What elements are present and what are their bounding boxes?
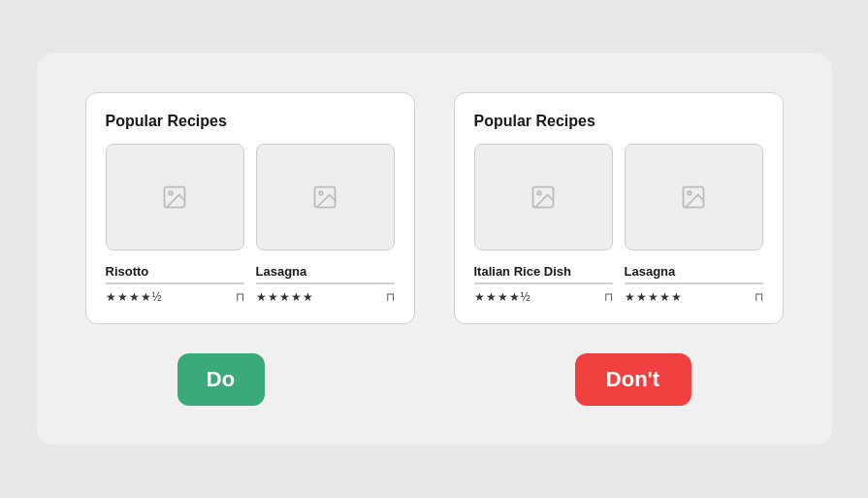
dont-item-1-footer: ★ ★ ★ ★ ½ ⊓ <box>474 290 613 304</box>
half-star-icon: ½ <box>152 290 162 304</box>
dont-item-1-stars: ★ ★ ★ ★ ½ <box>474 290 530 304</box>
star-icon: ★ <box>106 290 116 304</box>
main-container: Popular Recipes <box>37 53 832 445</box>
do-item-1-stars: ★ ★ ★ ★ ½ <box>106 290 162 304</box>
do-item-1-footer: ★ ★ ★ ★ ½ ⊓ <box>106 290 244 304</box>
do-item-1-divider <box>106 282 244 284</box>
do-image-2 <box>256 144 395 250</box>
do-item-2: Lasagna ★ ★ ★ ★ ★ ⊓ <box>256 264 395 304</box>
buttons-row: Do Don't <box>85 353 784 406</box>
star-icon: ★ <box>291 290 302 304</box>
do-card-title: Popular Recipes <box>106 113 395 130</box>
do-card-items: Risotto ★ ★ ★ ★ ½ ⊓ Lasagna <box>106 264 395 304</box>
do-image-1 <box>106 144 244 250</box>
dont-item-1-name: Italian Rice Dish <box>474 264 613 279</box>
star-icon: ★ <box>141 290 151 304</box>
do-item-2-divider <box>256 282 395 284</box>
do-item-2-name: Lasagna <box>256 264 395 279</box>
star-icon: ★ <box>256 290 267 304</box>
svg-point-7 <box>688 191 691 195</box>
image-placeholder-icon <box>311 183 338 211</box>
bookmark-icon: ⊓ <box>236 290 244 304</box>
svg-point-5 <box>537 191 541 195</box>
image-placeholder-icon <box>530 183 557 211</box>
star-icon: ★ <box>486 290 497 304</box>
do-button[interactable]: Do <box>177 353 265 406</box>
star-icon: ★ <box>268 290 278 304</box>
do-card-images <box>106 144 395 250</box>
bookmark-icon: ⊓ <box>386 290 395 304</box>
dont-card-title: Popular Recipes <box>474 113 763 130</box>
star-icon: ★ <box>625 290 635 304</box>
image-placeholder-icon <box>680 183 707 211</box>
star-icon: ★ <box>129 290 140 304</box>
star-icon: ★ <box>648 290 659 304</box>
dont-item-2-divider <box>625 282 763 284</box>
dont-card: Popular Recipes <box>454 92 784 324</box>
bookmark-icon: ⊓ <box>604 290 613 304</box>
image-placeholder-icon <box>161 183 188 211</box>
star-icon: ★ <box>659 290 670 304</box>
svg-point-3 <box>319 191 323 195</box>
svg-point-1 <box>169 191 173 195</box>
dont-card-images <box>474 144 763 250</box>
star-icon: ★ <box>509 290 520 304</box>
do-item-1: Risotto ★ ★ ★ ★ ½ ⊓ <box>106 264 244 304</box>
dont-item-2: Lasagna ★ ★ ★ ★ ★ ⊓ <box>625 264 763 304</box>
dont-card-items: Italian Rice Dish ★ ★ ★ ★ ½ ⊓ L <box>474 264 763 304</box>
bookmark-icon: ⊓ <box>755 290 763 304</box>
dont-item-2-footer: ★ ★ ★ ★ ★ ⊓ <box>625 290 763 304</box>
do-card: Popular Recipes <box>85 92 415 324</box>
star-icon: ★ <box>117 290 128 304</box>
star-icon: ★ <box>303 290 313 304</box>
half-star-icon: ½ <box>521 290 530 304</box>
dont-item-1: Italian Rice Dish ★ ★ ★ ★ ½ ⊓ <box>474 264 613 304</box>
star-icon: ★ <box>498 290 508 304</box>
dont-button[interactable]: Don't <box>575 353 691 406</box>
dont-item-2-stars: ★ ★ ★ ★ ★ <box>625 290 682 304</box>
do-item-1-name: Risotto <box>106 264 244 279</box>
star-icon: ★ <box>636 290 647 304</box>
dont-item-2-name: Lasagna <box>625 264 763 279</box>
do-item-2-footer: ★ ★ ★ ★ ★ ⊓ <box>256 290 395 304</box>
do-item-2-stars: ★ ★ ★ ★ ★ <box>256 290 313 304</box>
dont-image-1 <box>474 144 613 250</box>
cards-row: Popular Recipes <box>85 92 784 324</box>
dont-image-2 <box>625 144 763 250</box>
dont-item-1-divider <box>474 282 613 284</box>
star-icon: ★ <box>279 290 290 304</box>
star-icon: ★ <box>474 290 485 304</box>
star-icon: ★ <box>671 290 682 304</box>
